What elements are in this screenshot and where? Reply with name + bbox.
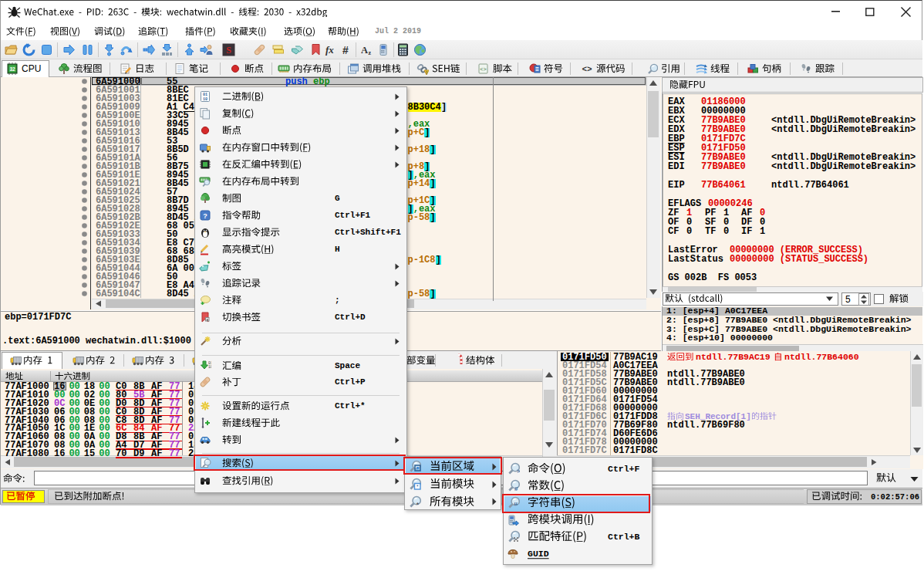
svg-text:A: A: [361, 45, 368, 56]
svg-text:<>: <>: [480, 66, 486, 73]
svg-text:z: z: [369, 49, 372, 56]
svg-text:?: ?: [203, 212, 207, 220]
svg-text:>: >: [517, 468, 520, 475]
svg-text:*: *: [416, 501, 420, 509]
svg-text:#: #: [514, 485, 518, 492]
svg-text:S: S: [226, 45, 231, 56]
svg-text:fx: fx: [325, 44, 334, 56]
svg-text:32: 32: [9, 66, 15, 72]
svg-text:10: 10: [203, 97, 207, 102]
svg-text:#: #: [342, 44, 349, 56]
svg-text:<>: <>: [582, 65, 592, 74]
svg-text:10: 10: [208, 365, 211, 369]
